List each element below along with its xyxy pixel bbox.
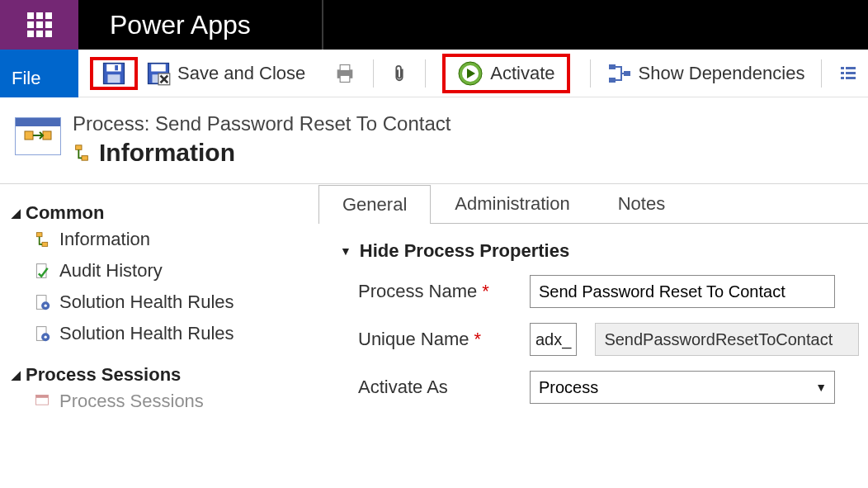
activate-icon — [457, 60, 484, 87]
breadcrumb: Process: Send Password Reset To Contact — [73, 112, 451, 135]
nav-item-label: Process Sessions — [59, 391, 204, 412]
health-icon — [33, 293, 51, 311]
attach-button[interactable] — [382, 57, 417, 90]
nav-item-process-sessions[interactable]: Process Sessions — [12, 386, 304, 417]
command-bar: File Save and Close — [0, 50, 868, 97]
separator — [821, 59, 822, 88]
unique-name-prefix: adx_ — [530, 323, 577, 356]
svg-rect-20 — [841, 77, 844, 79]
print-button[interactable] — [325, 57, 365, 90]
nav-item-information[interactable]: Information — [12, 224, 304, 255]
svg-rect-24 — [76, 145, 82, 150]
page-header: Process: Send Password Reset To Contact … — [0, 97, 868, 167]
activate-button[interactable]: Activate — [442, 54, 569, 93]
nav-item-solution-health-2[interactable]: Solution Health Rules — [12, 318, 304, 349]
input-process-name[interactable] — [530, 275, 835, 308]
save-button[interactable] — [90, 57, 138, 90]
label-process-name: Process Name* — [358, 281, 512, 302]
triangle-down-icon: ▼ — [340, 244, 351, 258]
printer-icon — [333, 62, 356, 85]
label-unique-name: Unique Name* — [358, 329, 512, 350]
input-unique-name[interactable]: SendPasswordResetToContact — [595, 323, 859, 356]
topbar-divider — [322, 0, 323, 50]
save-and-close-button[interactable]: Save and Close — [138, 57, 314, 90]
list-icon — [838, 64, 858, 83]
section-toggle-label: Hide Process Properties — [360, 240, 569, 262]
workflow-icon — [33, 230, 51, 249]
form-process-properties: Process Name* Unique Name* adx_ SendPass… — [358, 275, 868, 404]
save-icon — [101, 61, 126, 86]
show-dependencies-label: Show Dependencies — [639, 63, 805, 84]
svg-rect-22 — [25, 131, 33, 140]
main-content: General Administration Notes ▼ Hide Proc… — [304, 183, 868, 419]
svg-rect-3 — [115, 65, 118, 70]
svg-point-34 — [45, 336, 47, 339]
svg-rect-26 — [36, 233, 42, 237]
caret-down-icon: ◢ — [12, 206, 21, 220]
nav-section-label: Process Sessions — [26, 364, 181, 386]
separator — [590, 59, 591, 88]
svg-point-31 — [45, 305, 47, 307]
svg-rect-15 — [624, 71, 630, 76]
file-menu-button[interactable]: File — [0, 50, 78, 97]
svg-rect-19 — [846, 72, 856, 74]
select-activate-as[interactable]: Process — [530, 371, 835, 404]
svg-rect-1 — [106, 64, 121, 71]
save-and-close-label: Save and Close — [177, 63, 305, 84]
app-launcher-button[interactable] — [0, 0, 78, 50]
svg-rect-16 — [841, 67, 844, 69]
process-entity-icon — [15, 117, 61, 155]
svg-rect-18 — [841, 72, 844, 74]
waffle-icon — [27, 12, 52, 37]
nav-item-label: Information — [59, 229, 150, 250]
svg-rect-13 — [609, 64, 616, 69]
svg-rect-17 — [846, 67, 856, 69]
svg-rect-23 — [43, 131, 51, 140]
nav-item-audit-history[interactable]: Audit History — [12, 255, 304, 287]
label-activate-as: Activate As — [358, 377, 512, 398]
dependencies-icon — [607, 63, 632, 84]
tab-administration[interactable]: Administration — [431, 184, 593, 223]
nav-item-label: Audit History — [59, 260, 163, 282]
svg-rect-5 — [151, 64, 166, 71]
svg-rect-27 — [42, 242, 48, 246]
app-title: Power Apps — [78, 0, 322, 50]
section-toggle-process-properties[interactable]: ▼ Hide Process Properties — [340, 240, 868, 262]
svg-rect-25 — [82, 156, 87, 161]
svg-rect-9 — [340, 64, 350, 70]
nav-section-process-sessions[interactable]: ◢ Process Sessions — [12, 364, 304, 386]
nav-item-label: Solution Health Rules — [59, 323, 234, 344]
health-icon — [33, 325, 51, 343]
svg-rect-14 — [609, 78, 616, 83]
save-close-icon — [146, 61, 171, 86]
svg-rect-36 — [36, 396, 49, 398]
nav-item-solution-health-1[interactable]: Solution Health Rules — [12, 287, 304, 318]
activate-label: Activate — [490, 63, 554, 84]
svg-rect-21 — [846, 77, 856, 79]
sessions-icon — [33, 392, 51, 410]
separator — [425, 59, 426, 88]
separator — [373, 59, 374, 88]
nav-item-label: Solution Health Rules — [59, 291, 234, 313]
svg-rect-2 — [108, 74, 120, 83]
caret-down-icon: ◢ — [12, 368, 21, 381]
nav-section-label: Common — [26, 202, 104, 224]
audit-icon — [33, 262, 51, 280]
tab-strip: General Administration Notes — [318, 184, 868, 224]
page-title: Information — [99, 139, 235, 167]
top-bar: Power Apps — [0, 0, 868, 50]
show-dependencies-button[interactable]: Show Dependencies — [599, 57, 814, 90]
paperclip-icon — [390, 62, 408, 85]
svg-rect-10 — [340, 75, 350, 82]
left-nav: ◢ Common Information Audit History Solut… — [0, 183, 304, 419]
tab-notes[interactable]: Notes — [594, 184, 689, 223]
tab-general[interactable]: General — [318, 185, 431, 224]
nav-section-common[interactable]: ◢ Common — [12, 202, 304, 224]
workflow-icon — [73, 144, 91, 162]
more-actions-button[interactable] — [830, 57, 866, 90]
